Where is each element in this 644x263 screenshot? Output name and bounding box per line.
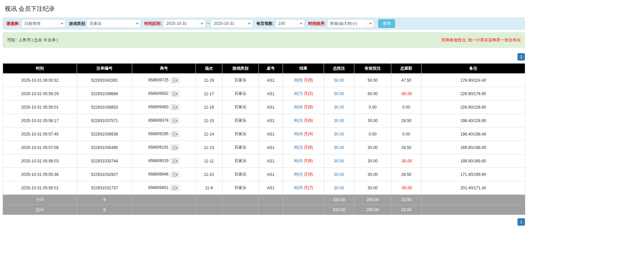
valid-bet-cell: 30.00 [354, 181, 391, 195]
valid-bet-cell: 0.00 [354, 127, 391, 141]
time-cell: 2025-10-31 05:55:01 [3, 181, 77, 195]
date-from-dropdown-button[interactable] [198, 19, 206, 28]
total-bet-cell: 30.00 [324, 141, 354, 154]
table-number-cell: AS1 [259, 181, 283, 195]
time-cell: 2025-10-31 05:57:08 [3, 141, 77, 154]
video-replay-icon [172, 159, 178, 164]
view-replay-button[interactable] [171, 118, 179, 123]
table-row: 2025-10-31 05:59:01522931038853658609483… [3, 101, 525, 114]
round-cell: 658608851 [132, 181, 196, 195]
total-bet-link[interactable]: 30.00 [334, 145, 344, 150]
pagination-top: 1 [3, 53, 525, 61]
footer-label-cell: 总计 [3, 205, 77, 215]
view-replay-button[interactable] [171, 158, 179, 164]
total-bet-link[interactable]: 30.00 [334, 159, 344, 163]
bet-id-cell: 522931035490 [77, 141, 132, 154]
game-type-label: 游戏类别 [69, 21, 85, 27]
page-1-button[interactable]: 1 [517, 218, 525, 226]
game-type-cell: 百家乐 [222, 181, 259, 195]
sort-order-input[interactable] [327, 19, 367, 28]
footer-empty-cell [222, 205, 259, 215]
total-bet-link[interactable]: 30.00 [334, 105, 344, 110]
footer-empty-cell [283, 205, 324, 215]
view-replay-button[interactable] [171, 145, 179, 150]
subtotal-row: 小计9310.00250.0023.00 [3, 195, 525, 205]
banker-result: 庄(4) [304, 132, 313, 136]
page-size-dropdown-button[interactable] [297, 19, 305, 28]
total-row: 总计9310.00250.0023.00 [3, 205, 525, 215]
total-bet-cell: 30.00 [324, 114, 354, 127]
column-header: 有效投注 [354, 64, 391, 74]
view-replay-button[interactable] [171, 77, 179, 83]
total-bet-link[interactable]: 30.00 [334, 132, 344, 137]
remark-cell: 201.40/171.40 [422, 181, 525, 195]
player-result: 闲(2) [294, 145, 303, 150]
table-number-cell: AS1 [259, 114, 283, 127]
table-number-cell: AS1 [259, 127, 283, 141]
round-cell: 658609562 [132, 87, 196, 101]
view-replay-button[interactable] [171, 185, 179, 191]
date-to-input[interactable] [211, 19, 246, 28]
round-number: 658608851 [148, 185, 169, 190]
total-bet-cell: 30.00 [324, 154, 354, 168]
payout-cell: -50.00 [391, 87, 422, 101]
view-replay-button[interactable] [171, 91, 179, 97]
result-cell: 闲(4) 庄(6) [283, 154, 324, 168]
total-bet-link[interactable]: 30.00 [334, 118, 344, 123]
session-cell: 11-11 [196, 154, 222, 168]
footer-payout-cell: 23.00 [391, 195, 422, 205]
chevron-down-icon [369, 23, 372, 25]
time-cell: 2025-10-31 05:59:01 [3, 101, 77, 114]
round-number: 658609285 [148, 132, 169, 136]
view-replay-button[interactable] [171, 172, 179, 177]
total-bet-link[interactable]: 30.00 [334, 172, 344, 177]
page-size-combobox [275, 19, 305, 28]
sort-order-dropdown-button[interactable] [367, 19, 374, 28]
banker-result: 庄(8) [304, 105, 313, 109]
valid-bet-cell: 30.00 [354, 141, 391, 154]
date-from-input[interactable] [163, 19, 198, 28]
date-to-combobox [211, 19, 253, 28]
game-type-input[interactable] [86, 19, 134, 28]
player-result: 闲(6) [294, 78, 303, 82]
round-cell: 658609374 [132, 114, 196, 127]
bet-id-cell: 522931033744 [77, 154, 132, 168]
total-bet-link[interactable]: 50.00 [334, 91, 344, 96]
table-row: 2025-10-31 06:00:32522931041591658609725… [3, 74, 525, 87]
game-type-dropdown-button[interactable] [134, 19, 141, 28]
player-result: 闲(7) [294, 91, 303, 96]
column-header: 桌号 [259, 64, 283, 74]
page-size-input[interactable] [275, 19, 297, 28]
banker-result: 庄(8) [304, 145, 313, 150]
page-1-button[interactable]: 1 [517, 53, 525, 61]
view-replay-button[interactable] [171, 131, 179, 137]
payout-cell: 28.50 [391, 114, 422, 127]
select-type-input[interactable] [21, 19, 58, 28]
session-cell: 11-16 [196, 101, 222, 114]
date-to-dropdown-button[interactable] [246, 19, 253, 28]
total-bet-link[interactable]: 30.00 [334, 186, 344, 190]
payout-cell: 0.00 [391, 101, 422, 114]
total-bet-link[interactable]: 50.00 [334, 78, 344, 83]
sort-order-combobox [327, 19, 374, 28]
round-cell: 658609285 [132, 127, 196, 141]
chevron-down-icon [201, 23, 203, 25]
player-result: 闲(0) [294, 172, 303, 177]
time-cell: 2025-10-31 05:56:03 [3, 154, 77, 168]
search-button[interactable]: 查询 [378, 19, 395, 28]
round-cell: 658608946 [132, 168, 196, 181]
select-type-dropdown-button[interactable] [58, 19, 66, 28]
footer-empty-cell [132, 195, 196, 205]
footer-count-cell: 9 [77, 195, 132, 205]
table-number-cell: AS1 [259, 101, 283, 114]
round-cell: 658609191 [132, 141, 196, 154]
footer-valid-bet-cell: 250.00 [354, 195, 391, 205]
footer-total-bet-cell: 310.00 [324, 205, 354, 215]
column-header: 备注 [422, 64, 525, 74]
bet-id-cell: 522931039688 [77, 87, 132, 101]
view-replay-button[interactable] [171, 104, 179, 110]
footer-empty-cell [422, 205, 525, 215]
table-row: 2025-10-31 05:55:01522931031737658608851… [3, 181, 525, 195]
chevron-down-icon [61, 23, 63, 25]
video-replay-icon [172, 119, 178, 124]
